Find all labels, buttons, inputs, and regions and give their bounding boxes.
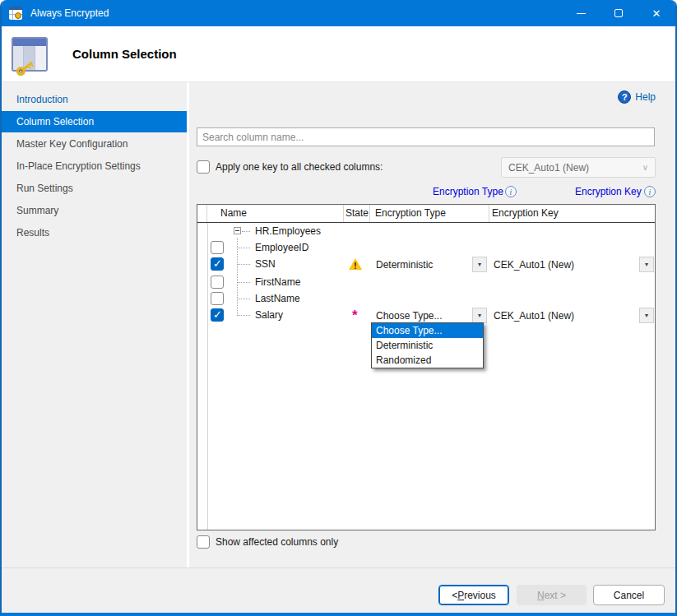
next-button[interactable]: Next > — [517, 585, 587, 605]
ssn-encryption-type-dropdown-button[interactable]: ▾ — [472, 257, 487, 272]
grid-rowheader-column — [197, 205, 207, 222]
lastname-checkbox[interactable] — [211, 292, 224, 305]
sidebar-item-introduction[interactable]: Introduction — [2, 89, 187, 110]
table-key-icon — [12, 37, 48, 72]
maximize-icon — [614, 9, 623, 17]
encryption-type-info-icon[interactable]: i — [505, 186, 517, 197]
column-name: EmployeeID — [255, 242, 308, 253]
show-affected-columns-label: Show affected columns only — [216, 536, 338, 548]
table-row-ssn: SSN Deterministic ▾ CEK_Auto1 (New) ▾ — [197, 256, 655, 274]
cancel-button[interactable]: Cancel — [593, 585, 665, 605]
wizard-steps-sidebar: Introduction Column Selection Master Key… — [2, 82, 189, 567]
grid-header-encryption-key[interactable]: Encryption Key — [489, 205, 655, 222]
column-name: LastName — [255, 293, 300, 304]
salary-encryption-key-value: CEK_Auto1 (New) — [494, 310, 574, 322]
wizard-header: Column Selection — [2, 26, 675, 82]
ssn-encryption-key-value: CEK_Auto1 (New) — [494, 259, 574, 271]
dropdown-option-randomized[interactable]: Randomized — [372, 353, 483, 368]
help-question-icon: ? — [618, 90, 631, 104]
encryption-key-link[interactable]: Encryption Key — [575, 186, 642, 197]
encryption-key-info-icon[interactable]: i — [644, 186, 656, 197]
apply-one-key-label: Apply one key to all checked columns: — [216, 161, 383, 173]
required-asterisk-icon: * — [352, 308, 358, 322]
ssn-checkbox[interactable] — [211, 257, 224, 271]
window-title: Always Encrypted — [30, 7, 109, 19]
sidebar-item-results[interactable]: Results — [2, 222, 187, 243]
salary-encryption-type-dropdown-button[interactable]: ▾ — [472, 308, 487, 323]
previous-button-rest: revious — [464, 590, 496, 601]
page-title: Column Selection — [72, 47, 177, 61]
next-button-accesskey: N — [537, 590, 545, 601]
grid-header-row: Name State Encryption Type Encryption Ke… — [197, 205, 655, 223]
sidebar-item-in-place-encryption-settings[interactable]: In-Place Encryption Settings — [2, 155, 187, 177]
salary-encryption-key-dropdown-button[interactable]: ▾ — [639, 308, 654, 323]
apply-one-key-checkbox[interactable] — [197, 160, 210, 174]
sidebar-item-run-settings[interactable]: Run Settings — [2, 178, 187, 199]
previous-button-accesskey: P — [457, 590, 464, 601]
encryption-type-dropdown-list: Choose Type... Deterministic Randomized — [371, 322, 484, 368]
firstname-checkbox[interactable] — [211, 276, 224, 289]
table-row-hr-employees: HR.Employees — [197, 223, 655, 239]
apply-key-value: CEK_Auto1 (New) — [508, 162, 589, 174]
close-button[interactable]: ✕ — [638, 0, 675, 26]
grid-header-state[interactable]: State — [344, 205, 370, 222]
column-name: SSN — [255, 258, 276, 270]
table-row-firstname: FirstName — [197, 274, 655, 290]
ssn-encryption-type-value: Deterministic — [376, 259, 433, 271]
previous-button-prefix: < — [452, 590, 457, 601]
apply-key-combobox: CEK_Auto1 (New) ∨ — [501, 157, 656, 178]
minimize-icon — [577, 13, 586, 14]
sidebar-item-master-key-configuration[interactable]: Master Key Configuration — [2, 133, 187, 155]
wizard-footer: < Previous Next > Cancel — [2, 567, 675, 613]
minimize-button[interactable] — [562, 0, 600, 26]
chevron-down-icon: ∨ — [642, 163, 648, 172]
ssn-encryption-key-dropdown-button[interactable]: ▾ — [639, 257, 654, 272]
column-selection-page: ? Help Apply one key to all checked colu… — [189, 82, 675, 567]
show-affected-columns-checkbox[interactable] — [197, 535, 210, 549]
grid-header-encryption-type[interactable]: Encryption Type — [370, 205, 489, 222]
table-row-lastname: LastName — [197, 290, 655, 307]
encryption-type-link[interactable]: Encryption Type — [433, 186, 503, 197]
column-name: FirstName — [255, 276, 300, 288]
sidebar-item-column-selection[interactable]: Column Selection — [2, 111, 187, 132]
dropdown-option-deterministic[interactable]: Deterministic — [372, 338, 483, 353]
always-encrypted-wizard-window: Always Encrypted ✕ Column Selection Intr… — [0, 0, 677, 616]
maximize-button[interactable] — [600, 0, 638, 26]
close-icon: ✕ — [652, 8, 661, 19]
dropdown-option-choose-type[interactable]: Choose Type... — [372, 323, 483, 338]
key-icon — [15, 58, 37, 78]
titlebar: Always Encrypted ✕ — [2, 0, 675, 26]
salary-checkbox[interactable] — [211, 308, 224, 322]
group-name: HR.Employees — [255, 225, 321, 237]
next-button-rest: ext > — [545, 590, 566, 601]
employeeid-checkbox[interactable] — [211, 241, 224, 254]
sidebar-item-summary[interactable]: Summary — [2, 200, 187, 221]
collapse-expander-icon[interactable] — [234, 227, 241, 234]
table-row-employeeid: EmployeeID — [197, 239, 655, 256]
salary-encryption-type-value: Choose Type... — [376, 310, 443, 322]
column-name: Salary — [255, 309, 283, 321]
grid-header-name[interactable]: Name — [207, 205, 344, 222]
help-link[interactable]: ? Help — [618, 90, 656, 104]
app-table-key-icon — [9, 7, 22, 20]
search-column-input[interactable] — [197, 127, 655, 146]
previous-button[interactable]: < Previous — [438, 585, 509, 605]
warning-icon — [349, 258, 362, 270]
help-label: Help — [635, 91, 656, 103]
